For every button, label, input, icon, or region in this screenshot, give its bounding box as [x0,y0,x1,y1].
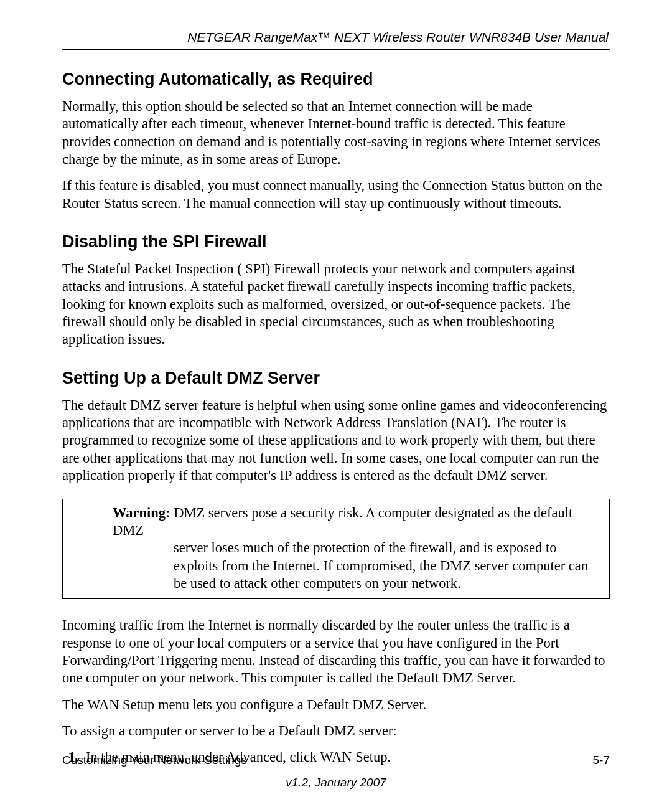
body-paragraph: Incoming traffic from the Internet is no… [62,616,610,687]
warning-label: Warning: [113,505,170,521]
page-footer: Customizing Your Network Settings 5-7 [62,747,610,767]
footer-left: Customizing Your Network Settings [62,753,247,767]
warning-continuation: server loses much of the protection of t… [113,539,603,592]
body-paragraph: The WAN Setup menu lets you configure a … [62,696,610,714]
body-paragraph: The Stateful Packet Inspection ( SPI) Fi… [62,260,610,349]
body-paragraph: To assign a computer or server to be a D… [62,722,610,740]
running-header: NETGEAR RangeMax™ NEXT Wireless Router W… [62,30,610,45]
body-paragraph: Normally, this option should be selected… [62,98,610,168]
section-heading-spi-firewall: Disabling the SPI Firewall [62,232,610,252]
warning-first-line: DMZ servers pose a security risk. A comp… [113,505,572,538]
section-heading-dmz: Setting Up a Default DMZ Server [62,369,610,388]
body-paragraph: The default DMZ server feature is helpfu… [62,397,610,485]
body-paragraph: If this feature is disabled, you must co… [62,177,610,212]
warning-icon-cell [63,499,106,599]
header-rule [62,49,610,50]
footer-rule [62,747,610,747]
warning-box: Warning: DMZ servers pose a security ris… [62,499,610,600]
footer-version: v1.2, January 2007 [0,776,672,790]
section-heading-connecting: Connecting Automatically, as Required [62,70,610,89]
document-page: NETGEAR RangeMax™ NEXT Wireless Router W… [0,0,672,807]
warning-text: Warning: DMZ servers pose a security ris… [106,499,609,599]
footer-page-number: 5-7 [593,753,610,767]
